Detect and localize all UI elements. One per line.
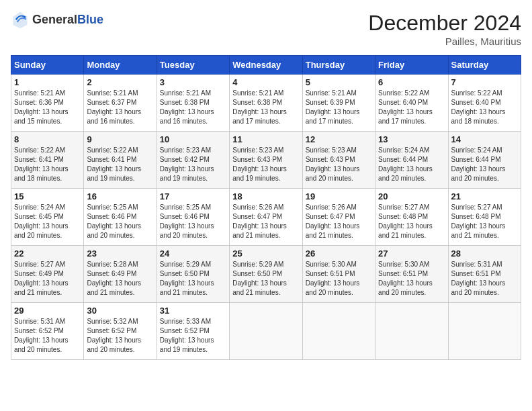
calendar-week-5: 29Sunrise: 5:31 AM Sunset: 6:52 PM Dayli… bbox=[11, 303, 521, 360]
day-number: 23 bbox=[87, 248, 153, 259]
day-detail: Sunrise: 5:26 AM Sunset: 6:47 PM Dayligh… bbox=[306, 203, 372, 240]
calendar-cell: 17Sunrise: 5:25 AM Sunset: 6:46 PM Dayli… bbox=[157, 189, 229, 246]
calendar-cell: 5Sunrise: 5:21 AM Sunset: 6:39 PM Daylig… bbox=[302, 75, 375, 132]
day-number: 14 bbox=[451, 134, 518, 144]
calendar-cell: 12Sunrise: 5:23 AM Sunset: 6:43 PM Dayli… bbox=[302, 132, 375, 189]
day-number: 19 bbox=[306, 191, 372, 201]
day-detail: Sunrise: 5:22 AM Sunset: 6:40 PM Dayligh… bbox=[451, 89, 518, 126]
calendar-week-1: 1Sunrise: 5:21 AM Sunset: 6:36 PM Daylig… bbox=[11, 75, 521, 132]
day-detail: Sunrise: 5:21 AM Sunset: 6:38 PM Dayligh… bbox=[232, 89, 299, 126]
day-number: 12 bbox=[306, 134, 372, 144]
calendar-cell bbox=[448, 303, 521, 360]
day-detail: Sunrise: 5:28 AM Sunset: 6:49 PM Dayligh… bbox=[87, 260, 153, 298]
day-detail: Sunrise: 5:21 AM Sunset: 6:37 PM Dayligh… bbox=[87, 89, 153, 126]
calendar-cell: 4Sunrise: 5:21 AM Sunset: 6:38 PM Daylig… bbox=[230, 75, 302, 132]
calendar-cell: 16Sunrise: 5:25 AM Sunset: 6:46 PM Dayli… bbox=[84, 189, 157, 246]
calendar-cell: 25Sunrise: 5:29 AM Sunset: 6:50 PM Dayli… bbox=[230, 246, 302, 303]
calendar-cell: 27Sunrise: 5:30 AM Sunset: 6:51 PM Dayli… bbox=[375, 246, 448, 303]
calendar-cell: 21Sunrise: 5:27 AM Sunset: 6:48 PM Dayli… bbox=[448, 189, 521, 246]
day-number: 10 bbox=[160, 134, 226, 144]
day-detail: Sunrise: 5:25 AM Sunset: 6:46 PM Dayligh… bbox=[160, 203, 226, 240]
month-title: December 2024 bbox=[368, 11, 521, 36]
day-number: 3 bbox=[160, 77, 226, 87]
calendar-cell: 24Sunrise: 5:29 AM Sunset: 6:50 PM Dayli… bbox=[157, 246, 229, 303]
day-number: 6 bbox=[378, 77, 445, 87]
location: Pailles, Mauritius bbox=[368, 36, 521, 47]
day-detail: Sunrise: 5:30 AM Sunset: 6:51 PM Dayligh… bbox=[306, 260, 372, 298]
calendar-table: Sunday Monday Tuesday Wednesday Thursday… bbox=[11, 55, 521, 360]
header-monday: Monday bbox=[84, 56, 157, 75]
calendar-cell: 20Sunrise: 5:27 AM Sunset: 6:48 PM Dayli… bbox=[375, 189, 448, 246]
day-detail: Sunrise: 5:27 AM Sunset: 6:49 PM Dayligh… bbox=[14, 260, 81, 298]
day-number: 26 bbox=[306, 248, 372, 259]
day-number: 13 bbox=[378, 134, 445, 144]
day-number: 27 bbox=[378, 248, 445, 259]
calendar-cell: 23Sunrise: 5:28 AM Sunset: 6:49 PM Dayli… bbox=[84, 246, 157, 303]
header-saturday: Saturday bbox=[448, 56, 521, 75]
header-tuesday: Tuesday bbox=[157, 56, 229, 75]
day-detail: Sunrise: 5:21 AM Sunset: 6:36 PM Dayligh… bbox=[14, 89, 81, 126]
day-number: 18 bbox=[232, 191, 299, 201]
day-detail: Sunrise: 5:22 AM Sunset: 6:40 PM Dayligh… bbox=[378, 89, 445, 126]
calendar-cell: 9Sunrise: 5:22 AM Sunset: 6:41 PM Daylig… bbox=[84, 132, 157, 189]
calendar-cell: 3Sunrise: 5:21 AM Sunset: 6:38 PM Daylig… bbox=[157, 75, 229, 132]
calendar-header-row: Sunday Monday Tuesday Wednesday Thursday… bbox=[11, 56, 521, 75]
calendar-cell: 11Sunrise: 5:23 AM Sunset: 6:43 PM Dayli… bbox=[230, 132, 302, 189]
title-area: December 2024 Pailles, Mauritius bbox=[368, 11, 521, 47]
day-detail: Sunrise: 5:31 AM Sunset: 6:52 PM Dayligh… bbox=[14, 317, 81, 355]
day-number: 30 bbox=[87, 306, 153, 316]
day-detail: Sunrise: 5:25 AM Sunset: 6:46 PM Dayligh… bbox=[87, 203, 153, 240]
day-number: 22 bbox=[14, 248, 81, 259]
day-detail: Sunrise: 5:21 AM Sunset: 6:38 PM Dayligh… bbox=[160, 89, 226, 126]
day-number: 7 bbox=[451, 77, 518, 87]
day-detail: Sunrise: 5:23 AM Sunset: 6:42 PM Dayligh… bbox=[160, 146, 226, 183]
logo-text: GeneralBlue bbox=[32, 13, 103, 27]
calendar-cell: 10Sunrise: 5:23 AM Sunset: 6:42 PM Dayli… bbox=[157, 132, 229, 189]
day-number: 9 bbox=[87, 134, 153, 144]
logo: GeneralBlue bbox=[11, 11, 103, 30]
day-detail: Sunrise: 5:24 AM Sunset: 6:44 PM Dayligh… bbox=[378, 146, 445, 183]
calendar-cell: 28Sunrise: 5:31 AM Sunset: 6:51 PM Dayli… bbox=[448, 246, 521, 303]
calendar-cell: 1Sunrise: 5:21 AM Sunset: 6:36 PM Daylig… bbox=[11, 75, 84, 132]
day-detail: Sunrise: 5:23 AM Sunset: 6:43 PM Dayligh… bbox=[306, 146, 372, 183]
page-header: GeneralBlue December 2024 Pailles, Mauri… bbox=[11, 11, 521, 47]
calendar-cell: 15Sunrise: 5:24 AM Sunset: 6:45 PM Dayli… bbox=[11, 189, 84, 246]
day-detail: Sunrise: 5:32 AM Sunset: 6:52 PM Dayligh… bbox=[87, 317, 153, 355]
calendar-week-4: 22Sunrise: 5:27 AM Sunset: 6:49 PM Dayli… bbox=[11, 246, 521, 303]
header-sunday: Sunday bbox=[11, 56, 84, 75]
day-detail: Sunrise: 5:27 AM Sunset: 6:48 PM Dayligh… bbox=[378, 203, 445, 240]
day-number: 15 bbox=[14, 191, 81, 201]
day-number: 31 bbox=[160, 306, 226, 316]
day-detail: Sunrise: 5:30 AM Sunset: 6:51 PM Dayligh… bbox=[378, 260, 445, 298]
day-number: 24 bbox=[160, 248, 226, 259]
day-number: 20 bbox=[378, 191, 445, 201]
day-number: 2 bbox=[87, 77, 153, 87]
calendar-cell: 13Sunrise: 5:24 AM Sunset: 6:44 PM Dayli… bbox=[375, 132, 448, 189]
day-detail: Sunrise: 5:33 AM Sunset: 6:52 PM Dayligh… bbox=[160, 317, 226, 355]
calendar-cell: 30Sunrise: 5:32 AM Sunset: 6:52 PM Dayli… bbox=[84, 303, 157, 360]
calendar-cell: 29Sunrise: 5:31 AM Sunset: 6:52 PM Dayli… bbox=[11, 303, 84, 360]
calendar-week-2: 8Sunrise: 5:22 AM Sunset: 6:41 PM Daylig… bbox=[11, 132, 521, 189]
header-thursday: Thursday bbox=[302, 56, 375, 75]
day-number: 16 bbox=[87, 191, 153, 201]
day-detail: Sunrise: 5:29 AM Sunset: 6:50 PM Dayligh… bbox=[232, 260, 299, 298]
day-number: 5 bbox=[306, 77, 372, 87]
calendar-cell: 31Sunrise: 5:33 AM Sunset: 6:52 PM Dayli… bbox=[157, 303, 229, 360]
day-detail: Sunrise: 5:31 AM Sunset: 6:51 PM Dayligh… bbox=[451, 260, 518, 298]
calendar-cell bbox=[375, 303, 448, 360]
calendar-cell: 22Sunrise: 5:27 AM Sunset: 6:49 PM Dayli… bbox=[11, 246, 84, 303]
calendar-cell: 19Sunrise: 5:26 AM Sunset: 6:47 PM Dayli… bbox=[302, 189, 375, 246]
day-number: 25 bbox=[232, 248, 299, 259]
logo-icon bbox=[11, 11, 30, 30]
calendar-cell: 14Sunrise: 5:24 AM Sunset: 6:44 PM Dayli… bbox=[448, 132, 521, 189]
day-number: 29 bbox=[14, 306, 81, 316]
day-detail: Sunrise: 5:27 AM Sunset: 6:48 PM Dayligh… bbox=[451, 203, 518, 240]
day-detail: Sunrise: 5:22 AM Sunset: 6:41 PM Dayligh… bbox=[14, 146, 81, 183]
calendar-cell: 26Sunrise: 5:30 AM Sunset: 6:51 PM Dayli… bbox=[302, 246, 375, 303]
svg-marker-0 bbox=[13, 12, 28, 29]
calendar-cell: 2Sunrise: 5:21 AM Sunset: 6:37 PM Daylig… bbox=[84, 75, 157, 132]
calendar-week-3: 15Sunrise: 5:24 AM Sunset: 6:45 PM Dayli… bbox=[11, 189, 521, 246]
day-number: 28 bbox=[451, 248, 518, 259]
day-number: 1 bbox=[14, 77, 81, 87]
day-number: 8 bbox=[14, 134, 81, 144]
